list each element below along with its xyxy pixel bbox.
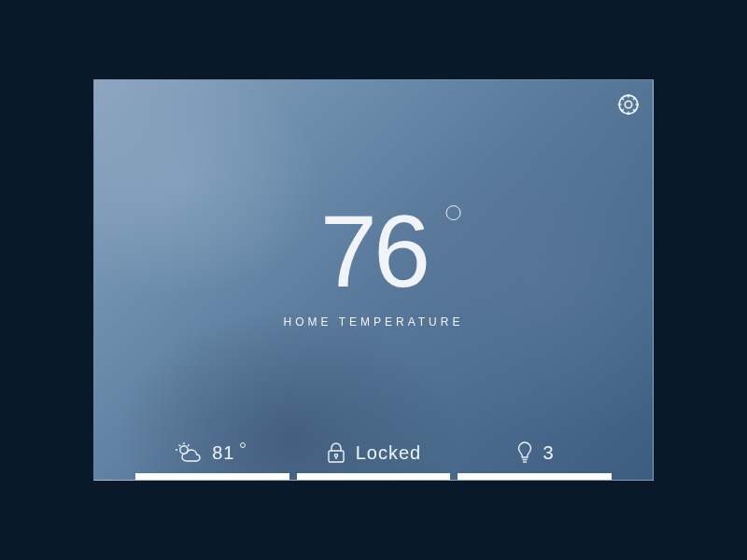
degree-symbol (445, 205, 460, 220)
weather-tab[interactable]: 81 (132, 441, 293, 480)
main-readout: 76 HOME TEMPERATURE (284, 200, 464, 329)
lights-tab[interactable]: 3 (454, 441, 615, 480)
gear-icon (615, 91, 641, 118)
tab-indicator (297, 473, 451, 480)
svg-point-8 (334, 454, 337, 456)
degree-symbol-small (240, 442, 246, 448)
svg-point-1 (619, 95, 638, 114)
lock-icon (326, 441, 346, 464)
weather-icon (175, 441, 203, 464)
svg-line-5 (179, 445, 181, 447)
svg-point-0 (625, 101, 631, 107)
lights-on-count: 3 (543, 442, 555, 464)
home-temperature-value: 76 (320, 193, 427, 308)
tab-indicator (135, 473, 289, 480)
settings-button[interactable] (615, 91, 641, 118)
lock-status-label: Locked (356, 442, 422, 464)
thermostat-panel: 76 HOME TEMPERATURE 81 (93, 79, 654, 481)
security-tab[interactable]: Locked (293, 441, 455, 480)
svg-line-6 (188, 445, 190, 447)
tab-indicator (458, 473, 612, 480)
footer-nav: 81 Locked (132, 441, 615, 480)
lightbulb-icon (515, 441, 534, 465)
outside-temperature-value: 81 (212, 442, 234, 464)
home-temperature-label: HOME TEMPERATURE (284, 315, 464, 329)
